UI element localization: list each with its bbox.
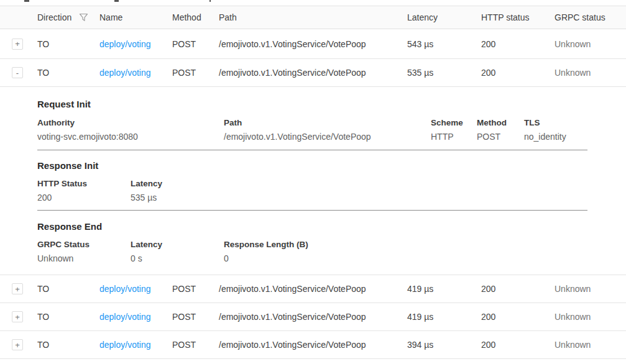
collapse-row-button[interactable]: - bbox=[12, 67, 23, 78]
field-value: 535 µs bbox=[131, 193, 162, 202]
section-divider bbox=[37, 210, 587, 211]
clipped-text-mark bbox=[114, 0, 119, 2]
path-cell: /emojivoto.v1.VotingService/VotePoop bbox=[219, 312, 366, 322]
grpc-status-cell: Unknown bbox=[555, 340, 591, 350]
detail-field-tls: TLS no_identity bbox=[524, 118, 566, 142]
column-header-direction: Direction bbox=[37, 12, 71, 22]
table-row: + TO deploy/voting POST /emojivoto.v1.Vo… bbox=[0, 275, 626, 303]
direction-cell: TO bbox=[37, 39, 49, 49]
name-link[interactable]: deploy/voting bbox=[99, 340, 151, 350]
table-body: + TO deploy/voting POST /emojivoto.v1.Vo… bbox=[0, 29, 626, 359]
name-link[interactable]: deploy/voting bbox=[99, 284, 151, 294]
section-title-request-init: Request Init bbox=[37, 99, 91, 109]
field-label: Path bbox=[224, 118, 371, 127]
detail-field-authority: Authority voting-svc.emojivoto:8080 bbox=[37, 118, 138, 142]
table-row: + TO deploy/voting POST /emojivoto.v1.Vo… bbox=[0, 29, 626, 59]
field-label: Method bbox=[477, 118, 507, 127]
table-row-expanded: - TO deploy/voting POST /emojivoto.v1.Vo… bbox=[0, 59, 626, 87]
field-value: HTTP bbox=[431, 132, 463, 142]
detail-field-response-length: Response Length (B) 0 bbox=[224, 240, 308, 263]
table-row: + TO deploy/voting POST /emojivoto.v1.Vo… bbox=[0, 303, 626, 331]
field-label: Authority bbox=[37, 118, 138, 127]
method-cell: POST bbox=[172, 39, 196, 49]
field-label: Latency bbox=[131, 179, 162, 188]
filter-icon[interactable] bbox=[79, 13, 88, 22]
direction-cell: TO bbox=[37, 312, 49, 322]
latency-cell: 419 µs bbox=[407, 284, 433, 294]
path-cell: /emojivoto.v1.VotingService/VotePoop bbox=[219, 68, 366, 78]
http-status-cell: 200 bbox=[481, 284, 495, 294]
name-link[interactable]: deploy/voting bbox=[99, 68, 151, 78]
tap-table-page: Direction Name Method Path Latency HTTP … bbox=[0, 0, 626, 364]
field-value: /emojivoto.v1.VotingService/VotePoop bbox=[224, 132, 371, 142]
name-link[interactable]: deploy/voting bbox=[99, 312, 151, 322]
name-link[interactable]: deploy/voting bbox=[99, 39, 151, 49]
column-header-http-status: HTTP status bbox=[481, 12, 530, 22]
column-header-path: Path bbox=[219, 12, 237, 22]
expand-row-button[interactable]: + bbox=[12, 39, 23, 50]
method-cell: POST bbox=[172, 68, 196, 78]
direction-cell: TO bbox=[37, 340, 49, 350]
detail-field-grpc-status: GRPC Status Unknown bbox=[37, 240, 90, 263]
expand-row-button[interactable]: + bbox=[12, 339, 23, 350]
row-detail-panel: Request Init Authority voting-svc.emojiv… bbox=[0, 87, 626, 275]
field-value: 0 bbox=[224, 253, 308, 263]
http-status-cell: 200 bbox=[481, 340, 495, 350]
section-divider bbox=[37, 150, 587, 150]
path-cell: /emojivoto.v1.VotingService/VotePoop bbox=[219, 340, 366, 350]
field-value: voting-svc.emojivoto:8080 bbox=[37, 132, 138, 142]
field-label: Latency bbox=[131, 240, 162, 249]
grpc-status-cell: Unknown bbox=[555, 284, 591, 294]
latency-cell: 543 µs bbox=[407, 39, 433, 49]
detail-field-method: Method POST bbox=[477, 118, 507, 142]
path-cell: /emojivoto.v1.VotingService/VotePoop bbox=[219, 39, 366, 49]
detail-field-latency: Latency 535 µs bbox=[131, 179, 162, 202]
table-row: + TO deploy/voting POST /emojivoto.v1.Vo… bbox=[0, 331, 626, 359]
field-label: HTTP Status bbox=[37, 179, 87, 188]
table-header: Direction Name Method Path Latency HTTP … bbox=[0, 6, 626, 29]
column-header-method: Method bbox=[172, 12, 201, 22]
http-status-cell: 200 bbox=[481, 39, 495, 49]
detail-field-latency: Latency 0 s bbox=[131, 240, 162, 263]
field-label: GRPC Status bbox=[37, 240, 90, 249]
section-title-response-end: Response End bbox=[37, 221, 102, 232]
field-label: Scheme bbox=[431, 118, 463, 127]
field-value: no_identity bbox=[524, 132, 566, 142]
field-value: POST bbox=[477, 132, 507, 142]
detail-field-scheme: Scheme HTTP bbox=[431, 118, 463, 142]
method-cell: POST bbox=[172, 284, 196, 294]
latency-cell: 535 µs bbox=[407, 68, 433, 78]
field-value: 200 bbox=[37, 193, 87, 202]
direction-cell: TO bbox=[37, 68, 49, 78]
path-cell: /emojivoto.v1.VotingService/VotePoop bbox=[219, 284, 366, 294]
method-cell: POST bbox=[172, 312, 196, 322]
http-status-cell: 200 bbox=[481, 68, 495, 78]
latency-cell: 394 µs bbox=[407, 340, 433, 350]
grpc-status-cell: Unknown bbox=[555, 68, 591, 78]
column-header-name: Name bbox=[99, 12, 122, 22]
http-status-cell: 200 bbox=[481, 312, 495, 322]
detail-field-path: Path /emojivoto.v1.VotingService/VotePoo… bbox=[224, 118, 371, 142]
field-label: TLS bbox=[524, 118, 566, 127]
column-header-grpc-status: GRPC status bbox=[555, 12, 605, 22]
clipped-text-mark bbox=[209, 0, 211, 2]
grpc-status-cell: Unknown bbox=[555, 39, 591, 49]
detail-field-http-status: HTTP Status 200 bbox=[37, 179, 87, 202]
section-title-response-init: Response Init bbox=[37, 160, 98, 171]
expand-row-button[interactable]: + bbox=[12, 311, 23, 322]
field-label: Response Length (B) bbox=[224, 240, 308, 249]
latency-cell: 419 µs bbox=[407, 312, 433, 322]
direction-cell: TO bbox=[37, 284, 49, 294]
clipped-text-mark bbox=[24, 0, 29, 2]
grpc-status-cell: Unknown bbox=[555, 312, 591, 322]
field-value: Unknown bbox=[37, 253, 90, 263]
method-cell: POST bbox=[172, 340, 196, 350]
column-header-latency: Latency bbox=[407, 12, 438, 22]
field-value: 0 s bbox=[131, 253, 162, 263]
expand-row-button[interactable]: + bbox=[12, 283, 23, 294]
